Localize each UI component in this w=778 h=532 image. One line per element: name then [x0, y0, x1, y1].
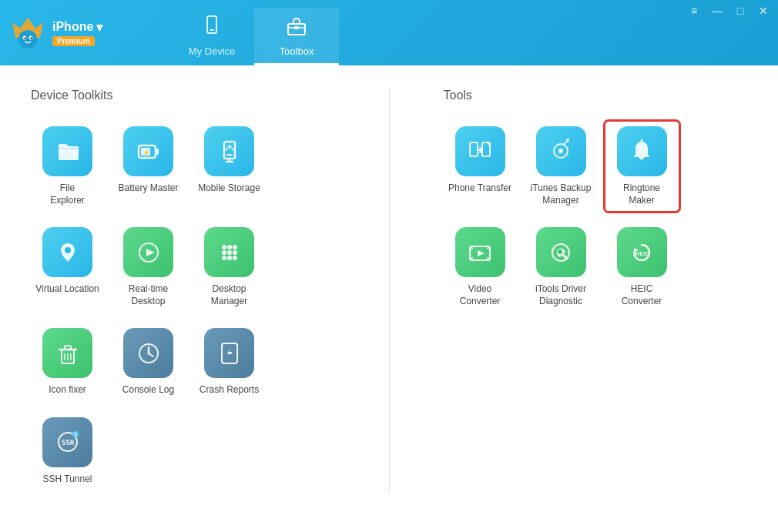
svg-text:HEIC: HEIC	[635, 250, 650, 257]
tool-console-log[interactable]: Console Log	[112, 323, 185, 401]
maximize-button[interactable]: □	[733, 4, 747, 18]
section-tools: Tools Phone Transfer	[444, 89, 748, 490]
realtime-desktop-label: Real-timeDesktop	[129, 283, 168, 307]
svg-point-47	[488, 142, 491, 145]
file-explorer-label: FileExplorer	[50, 182, 85, 206]
svg-point-61	[558, 249, 562, 254]
tool-battery-master[interactable]: ⚡ Battery Master	[112, 122, 185, 211]
svg-marker-58	[478, 250, 485, 256]
tool-ssh-tunnel[interactable]: SSH ® SSH Tunnel	[31, 413, 104, 490]
section-divider	[389, 89, 390, 490]
svg-point-4	[25, 37, 26, 38]
tool-file-explorer[interactable]: FileExplorer	[31, 122, 104, 211]
tool-realtime-desktop[interactable]: Real-timeDesktop	[112, 223, 185, 312]
tool-ringtone-maker[interactable]: Ringtone Maker	[605, 122, 679, 211]
header: iPhone ▾ Premium My Device	[0, 0, 778, 65]
tab-toolbox-label: Toolbox	[280, 45, 314, 57]
heic-converter-label: HEIC Converter	[610, 283, 674, 307]
tool-crash-reports[interactable]: Crash Reports	[193, 323, 266, 401]
file-explorer-icon	[42, 126, 92, 176]
svg-rect-12	[156, 149, 159, 155]
tool-video-converter[interactable]: VideoConverter	[444, 223, 517, 312]
icon-fixer-icon	[42, 328, 92, 378]
svg-rect-56	[487, 246, 490, 249]
svg-text:♪: ♪	[558, 149, 561, 155]
icon-fixer-label: Icon fixer	[49, 384, 86, 396]
window-controls: ≡ — □ ✕	[687, 4, 770, 18]
phone-transfer-icon	[455, 126, 505, 176]
itools-driver-label: iTools DriverDiagnostic	[535, 283, 586, 307]
svg-point-27	[233, 250, 237, 255]
svg-point-24	[233, 245, 237, 249]
nav-tabs: My Device Toolbox	[169, 0, 339, 65]
tool-mobile-storage[interactable]: Mobile Storage	[193, 122, 266, 211]
tab-my-device-label: My Device	[189, 45, 236, 57]
crash-reports-icon	[204, 328, 254, 378]
svg-point-39	[147, 352, 149, 354]
svg-line-60	[563, 255, 567, 259]
svg-text:SSH: SSH	[62, 439, 74, 447]
video-converter-icon	[455, 227, 505, 277]
svg-text:®: ®	[73, 432, 78, 437]
itunes-backup-label: iTunes BackupManager	[531, 182, 592, 206]
svg-point-25	[222, 250, 226, 255]
ringtone-maker-label: Ringtone Maker	[610, 182, 674, 206]
toolbox-icon	[286, 15, 307, 41]
ssh-tunnel-icon: SSH ®	[42, 417, 92, 467]
premium-badge: Premium	[52, 36, 95, 46]
svg-rect-57	[487, 257, 490, 260]
console-log-icon	[123, 328, 173, 378]
svg-point-30	[233, 256, 237, 260]
tool-heic-converter[interactable]: HEIC HEIC Converter	[605, 223, 679, 312]
tools-grid: Phone Transfer ♪ iTunes BackupManager	[444, 122, 748, 312]
battery-master-label: Battery Master	[118, 182, 178, 195]
app-name[interactable]: iPhone ▾	[52, 20, 102, 35]
svg-point-26	[227, 250, 232, 255]
desktop-manager-label: DesktopManager	[211, 283, 247, 307]
desktop-manager-icon	[204, 227, 254, 277]
svg-point-28	[222, 256, 226, 260]
svg-text:⚡: ⚡	[143, 149, 150, 156]
svg-point-50	[566, 139, 569, 142]
svg-rect-54	[470, 246, 473, 249]
tool-phone-transfer[interactable]: Phone Transfer	[444, 122, 517, 211]
svg-point-29	[227, 256, 232, 260]
minimize-button[interactable]: —	[710, 4, 724, 18]
svg-point-5	[31, 37, 32, 38]
tool-itools-driver[interactable]: iTools DriverDiagnostic	[525, 223, 598, 312]
svg-point-23	[227, 245, 232, 249]
tool-desktop-manager[interactable]: DesktopManager	[193, 223, 266, 312]
svg-point-22	[222, 245, 226, 249]
tool-virtual-location[interactable]: Virtual Location	[31, 223, 104, 312]
phone-transfer-label: Phone Transfer	[448, 182, 511, 195]
virtual-location-icon	[42, 227, 92, 277]
device-toolkits-grid: FileExplorer ⚡ Battery Master	[31, 122, 335, 490]
tools-title: Tools	[444, 89, 748, 102]
main-content: Device Toolkits FileExplorer	[0, 65, 778, 532]
tab-my-device[interactable]: My Device	[169, 8, 254, 65]
section-device-toolkits: Device Toolkits FileExplorer	[31, 89, 335, 490]
svg-point-17	[225, 148, 227, 150]
svg-marker-21	[146, 249, 155, 256]
itunes-backup-icon: ♪	[536, 126, 586, 176]
virtual-location-label: Virtual Location	[35, 283, 99, 296]
mobile-storage-label: Mobile Storage	[198, 182, 260, 195]
svg-point-19	[65, 247, 71, 253]
mobile-storage-icon	[204, 126, 254, 176]
tab-toolbox[interactable]: Toolbox	[254, 8, 339, 65]
tool-itunes-backup[interactable]: ♪ iTunes BackupManager	[525, 122, 598, 211]
logo-area: iPhone ▾ Premium	[0, 0, 162, 65]
video-converter-label: VideoConverter	[460, 283, 501, 307]
app-logo-icon	[9, 15, 46, 52]
close-button[interactable]: ✕	[756, 4, 770, 18]
battery-master-icon: ⚡	[123, 126, 173, 176]
svg-rect-45	[470, 142, 478, 156]
ssh-tunnel-label: SSH Tunnel	[42, 473, 92, 486]
tool-icon-fixer[interactable]: Icon fixer	[31, 323, 104, 401]
itools-driver-icon	[536, 227, 586, 277]
menu-button[interactable]: ≡	[687, 4, 701, 18]
svg-rect-10	[294, 26, 299, 29]
realtime-desktop-icon	[123, 227, 173, 277]
my-device-icon	[201, 15, 223, 41]
logo-text-area: iPhone ▾ Premium	[52, 20, 102, 46]
